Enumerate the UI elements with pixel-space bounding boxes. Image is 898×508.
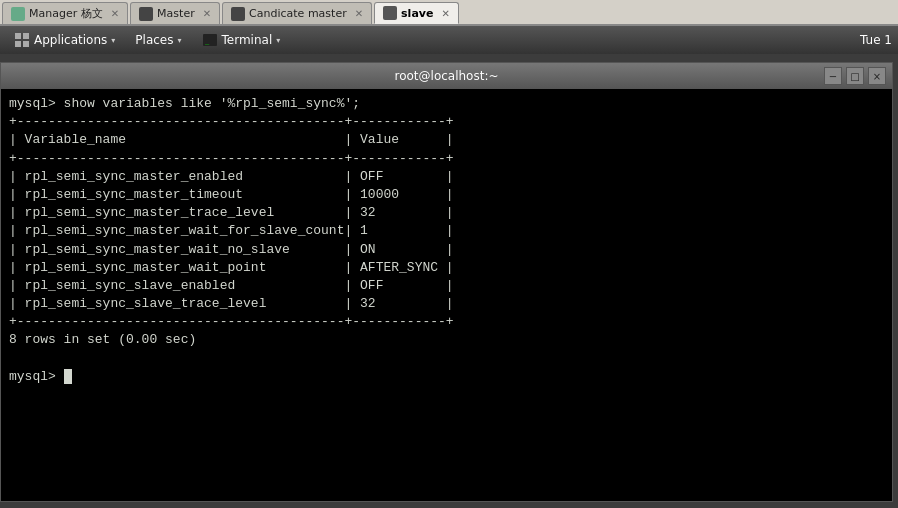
- maximize-button[interactable]: □: [846, 67, 864, 85]
- master-icon: [139, 7, 153, 21]
- tab-label-slave: slave: [401, 7, 433, 20]
- window-tabs-bar: Manager 杨文 ✕ Master ✕ Candicate master ✕…: [0, 0, 898, 26]
- terminal-panel-icon: _: [202, 32, 218, 48]
- applications-menu[interactable]: Applications ▾: [6, 28, 123, 52]
- terminal-titlebar: root@localhost:~ − □ ×: [1, 63, 892, 89]
- tab-label-manager: Manager 杨文: [29, 6, 103, 21]
- minimize-button[interactable]: −: [824, 67, 842, 85]
- terminal-title: root@localhost:~: [394, 69, 498, 83]
- clock-text: Tue 1: [860, 33, 892, 47]
- applications-arrow: ▾: [111, 36, 115, 45]
- tab-master[interactable]: Master ✕: [130, 2, 220, 24]
- places-label: Places: [135, 33, 173, 47]
- applications-label: Applications: [34, 33, 107, 47]
- terminal-content[interactable]: mysql> show variables like '%rpl_semi_sy…: [1, 89, 892, 501]
- terminal-cursor: [64, 369, 72, 384]
- window-buttons: − □ ×: [822, 67, 886, 85]
- tab-close-candicate[interactable]: ✕: [355, 8, 363, 19]
- svg-rect-3: [23, 41, 29, 47]
- svg-rect-1: [23, 33, 29, 39]
- places-menu[interactable]: Places ▾: [127, 28, 189, 52]
- terminal-arrow: ▾: [276, 36, 280, 45]
- tab-label-candicate: Candicate master: [249, 7, 347, 20]
- close-button[interactable]: ×: [868, 67, 886, 85]
- manager-icon: [11, 7, 25, 21]
- tab-close-slave[interactable]: ✕: [441, 8, 449, 19]
- terminal-menu[interactable]: _ Terminal ▾: [194, 28, 289, 52]
- tab-label-master: Master: [157, 7, 195, 20]
- tab-slave[interactable]: slave ✕: [374, 2, 459, 24]
- svg-rect-0: [15, 33, 21, 39]
- svg-rect-2: [15, 41, 21, 47]
- slave-icon: [383, 6, 397, 20]
- tab-manager[interactable]: Manager 杨文 ✕: [2, 2, 128, 24]
- gnome-panel: Applications ▾ Places ▾ _ Terminal ▾ Tue…: [0, 26, 898, 54]
- terminal-window: root@localhost:~ − □ × mysql> show varia…: [0, 62, 893, 502]
- tab-candicate[interactable]: Candicate master ✕: [222, 2, 372, 24]
- tab-close-master[interactable]: ✕: [203, 8, 211, 19]
- applications-icon: [14, 32, 30, 48]
- places-arrow: ▾: [177, 36, 181, 45]
- candicate-icon: [231, 7, 245, 21]
- terminal-label: Terminal: [222, 33, 273, 47]
- panel-clock: Tue 1: [860, 33, 892, 47]
- tab-close-manager[interactable]: ✕: [111, 8, 119, 19]
